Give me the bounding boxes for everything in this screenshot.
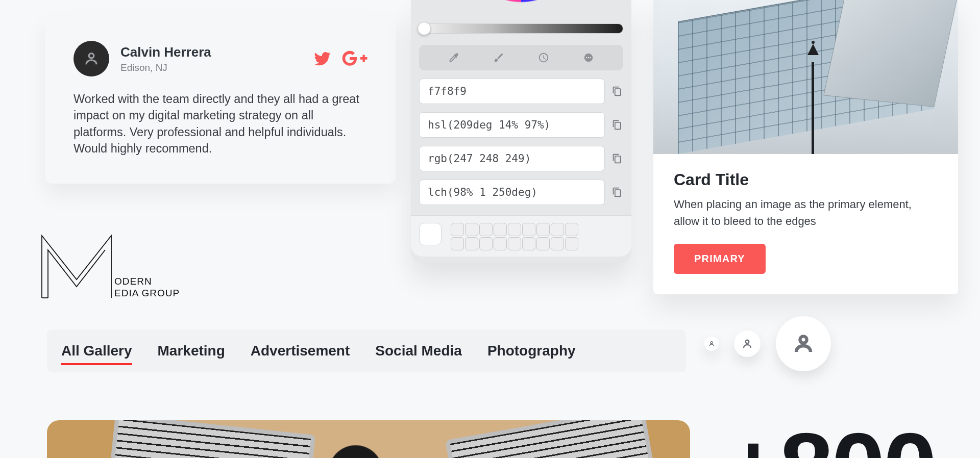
eyedropper-icon[interactable] [448, 52, 459, 63]
testimonial-body: Worked with the team directly and they a… [74, 91, 368, 157]
copy-hex-button[interactable] [611, 85, 623, 97]
google-plus-icon[interactable] [341, 50, 368, 67]
testimonial-location: Edison, NJ [120, 62, 211, 73]
svg-point-7 [746, 340, 749, 344]
building-illustration [653, 0, 958, 154]
tab-photography[interactable]: Photography [487, 343, 576, 359]
color-picker-panel [411, 0, 631, 263]
svg-point-0 [89, 54, 93, 58]
person-icon [708, 340, 715, 347]
svg-point-2 [586, 57, 587, 58]
tab-marketing[interactable]: Marketing [158, 343, 225, 359]
rgb-field[interactable] [419, 146, 605, 171]
person-icon [741, 338, 753, 350]
testimonial-identity: Calvin Herrera Edison, NJ [120, 44, 211, 73]
copy-rgb-button[interactable] [611, 152, 623, 165]
image-card: Card Title When placing an image as the … [653, 0, 958, 294]
testimonial-card: Calvin Herrera Edison, NJ Worked with th… [45, 14, 396, 184]
brightness-thumb[interactable] [418, 22, 431, 35]
svg-point-8 [800, 336, 806, 343]
testimonial-name: Calvin Herrera [120, 44, 211, 60]
gallery-tabs: All GalleryMarketingAdvertisementSocial … [47, 329, 686, 372]
stat-number: +800 [725, 423, 935, 458]
svg-point-6 [710, 342, 713, 344]
lch-field[interactable] [419, 180, 605, 205]
brush-icon[interactable] [493, 52, 504, 63]
logo-line-1: ODERN [114, 275, 180, 288]
gallery-hero-image [47, 420, 690, 458]
twitter-icon[interactable] [314, 50, 331, 67]
card-body: Card Title When placing an image as the … [653, 154, 958, 294]
card-description: When placing an image as the primary ele… [674, 196, 938, 230]
person-icon [83, 50, 100, 67]
svg-point-3 [588, 57, 589, 58]
card-image [653, 0, 958, 154]
avatar-size-demo [704, 316, 831, 371]
avatar [74, 41, 109, 77]
color-tool-row [419, 45, 623, 70]
swatch-row [411, 215, 631, 257]
tab-social-media[interactable]: Social Media [375, 343, 462, 359]
brightness-slider[interactable] [419, 23, 623, 34]
avatar-chip-small[interactable] [704, 337, 719, 351]
svg-point-4 [590, 57, 591, 58]
clock-icon[interactable] [538, 52, 549, 63]
copy-lch-button[interactable] [611, 186, 623, 198]
more-icon[interactable] [583, 52, 594, 63]
person-icon [791, 332, 816, 356]
logo-text: ODERN EDIA GROUP [114, 275, 180, 300]
current-swatch[interactable] [419, 223, 442, 245]
avatar-chip-large[interactable] [776, 316, 831, 371]
lamp-post-icon [812, 62, 814, 154]
copy-hsl-button[interactable] [611, 119, 623, 131]
hex-field[interactable] [419, 79, 605, 104]
primary-button[interactable]: PRIMARY [674, 244, 766, 274]
brand-logo: ODERN EDIA GROUP [39, 231, 180, 300]
tab-advertisement[interactable]: Advertisement [251, 343, 350, 359]
card-title: Card Title [674, 170, 938, 189]
testimonial-header: Calvin Herrera Edison, NJ [74, 41, 368, 77]
logo-line-2: EDIA GROUP [114, 287, 180, 299]
tab-all-gallery[interactable]: All Gallery [61, 343, 132, 359]
avatar-chip-medium[interactable] [734, 330, 761, 357]
swatch-grid[interactable] [451, 223, 578, 250]
color-spectrum[interactable] [462, 0, 580, 14]
hsl-field[interactable] [419, 112, 605, 138]
logo-mark [39, 231, 114, 300]
testimonial-social [314, 50, 368, 67]
